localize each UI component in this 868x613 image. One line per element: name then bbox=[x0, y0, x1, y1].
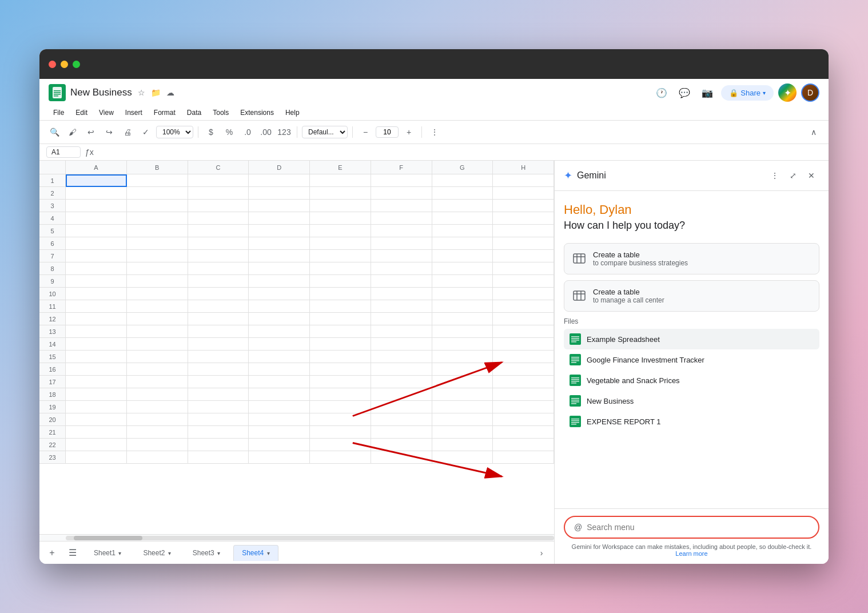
row-number-18[interactable]: 18 bbox=[39, 388, 66, 401]
font-size-increase-btn[interactable]: + bbox=[401, 124, 417, 140]
cell-B7[interactable] bbox=[127, 250, 188, 262]
cell-B16[interactable] bbox=[127, 363, 188, 376]
cell-H17[interactable] bbox=[493, 376, 554, 388]
menu-edit[interactable]: Edit bbox=[71, 106, 92, 119]
print-icon[interactable]: 🖨 bbox=[120, 124, 136, 140]
menu-tools[interactable]: Tools bbox=[208, 106, 233, 119]
cell-E3[interactable] bbox=[310, 200, 371, 212]
collapse-btn[interactable]: ∧ bbox=[806, 124, 822, 140]
cell-C20[interactable] bbox=[188, 413, 249, 426]
format-123-btn[interactable]: 123 bbox=[276, 124, 292, 140]
cell-H8[interactable] bbox=[493, 262, 554, 275]
row-number-13[interactable]: 13 bbox=[39, 325, 66, 338]
cell-B17[interactable] bbox=[127, 376, 188, 388]
cell-E21[interactable] bbox=[310, 426, 371, 439]
file-item-4[interactable]: New Business bbox=[564, 391, 819, 411]
cell-H12[interactable] bbox=[493, 313, 554, 325]
menu-insert[interactable]: Insert bbox=[121, 106, 147, 119]
cell-B19[interactable] bbox=[127, 401, 188, 413]
menu-format[interactable]: Format bbox=[149, 106, 180, 119]
cell-H7[interactable] bbox=[493, 250, 554, 262]
cell-E9[interactable] bbox=[310, 275, 371, 288]
cell-G6[interactable] bbox=[432, 237, 493, 250]
row-number-1[interactable]: 1 bbox=[39, 174, 66, 187]
cell-C16[interactable] bbox=[188, 363, 249, 376]
cell-G16[interactable] bbox=[432, 363, 493, 376]
sheet-tab-3[interactable]: Sheet3 ▾ bbox=[184, 545, 229, 561]
cell-E8[interactable] bbox=[310, 262, 371, 275]
cell-F5[interactable] bbox=[371, 225, 432, 237]
cell-E19[interactable] bbox=[310, 401, 371, 413]
camera-icon[interactable]: 📷 bbox=[698, 83, 716, 102]
cell-A21[interactable] bbox=[66, 426, 127, 439]
undo-icon[interactable]: ↩ bbox=[83, 124, 99, 140]
cell-A15[interactable] bbox=[66, 351, 127, 363]
cell-G5[interactable] bbox=[432, 225, 493, 237]
cell-D13[interactable] bbox=[249, 325, 310, 338]
cell-D17[interactable] bbox=[249, 376, 310, 388]
cell-E15[interactable] bbox=[310, 351, 371, 363]
cell-B3[interactable] bbox=[127, 200, 188, 212]
cell-F14[interactable] bbox=[371, 338, 432, 351]
cell-B8[interactable] bbox=[127, 262, 188, 275]
row-number-3[interactable]: 3 bbox=[39, 200, 66, 212]
row-number-14[interactable]: 14 bbox=[39, 338, 66, 351]
cell-E23[interactable] bbox=[310, 451, 371, 464]
cell-H2[interactable] bbox=[493, 187, 554, 200]
search-input-container[interactable]: @ bbox=[564, 516, 819, 539]
more-options-btn[interactable]: ⋮ bbox=[427, 124, 443, 140]
cell-G20[interactable] bbox=[432, 413, 493, 426]
row-number-5[interactable]: 5 bbox=[39, 225, 66, 237]
cell-G17[interactable] bbox=[432, 376, 493, 388]
row-number-17[interactable]: 17 bbox=[39, 376, 66, 388]
close-button[interactable] bbox=[49, 61, 56, 68]
row-number-21[interactable]: 21 bbox=[39, 426, 66, 439]
cell-G15[interactable] bbox=[432, 351, 493, 363]
cell-B10[interactable] bbox=[127, 288, 188, 300]
cell-B11[interactable] bbox=[127, 300, 188, 313]
cell-C19[interactable] bbox=[188, 401, 249, 413]
menu-extensions[interactable]: Extensions bbox=[236, 106, 278, 119]
avatar[interactable]: D bbox=[801, 83, 819, 102]
col-header-b[interactable]: B bbox=[127, 161, 188, 174]
cell-D21[interactable] bbox=[249, 426, 310, 439]
cell-A7[interactable] bbox=[66, 250, 127, 262]
cell-G2[interactable] bbox=[432, 187, 493, 200]
cell-A9[interactable] bbox=[66, 275, 127, 288]
cell-B12[interactable] bbox=[127, 313, 188, 325]
cell-F13[interactable] bbox=[371, 325, 432, 338]
cell-C3[interactable] bbox=[188, 200, 249, 212]
paint-format-icon[interactable]: 🖌 bbox=[65, 124, 81, 140]
comment-icon[interactable]: 💬 bbox=[675, 83, 694, 102]
cell-H22[interactable] bbox=[493, 439, 554, 451]
cloud-icon[interactable]: ☁ bbox=[165, 87, 176, 98]
cell-F1[interactable] bbox=[371, 174, 432, 187]
cell-E17[interactable] bbox=[310, 376, 371, 388]
cell-H9[interactable] bbox=[493, 275, 554, 288]
cell-E16[interactable] bbox=[310, 363, 371, 376]
cell-C23[interactable] bbox=[188, 451, 249, 464]
cell-C5[interactable] bbox=[188, 225, 249, 237]
history-icon[interactable]: 🕐 bbox=[652, 83, 671, 102]
cell-F17[interactable] bbox=[371, 376, 432, 388]
cell-D19[interactable] bbox=[249, 401, 310, 413]
cell-B22[interactable] bbox=[127, 439, 188, 451]
zoom-select[interactable]: 100% bbox=[156, 126, 193, 138]
cell-H11[interactable] bbox=[493, 300, 554, 313]
cell-C8[interactable] bbox=[188, 262, 249, 275]
cell-H13[interactable] bbox=[493, 325, 554, 338]
cell-H10[interactable] bbox=[493, 288, 554, 300]
star-icon[interactable]: ☆ bbox=[137, 87, 146, 98]
cell-C7[interactable] bbox=[188, 250, 249, 262]
row-number-20[interactable]: 20 bbox=[39, 413, 66, 426]
grid-container[interactable]: A B C D E F G H 123456789101112131415161… bbox=[39, 161, 554, 534]
cell-A4[interactable] bbox=[66, 212, 127, 225]
file-item-5[interactable]: EXPENSE REPORT 1 bbox=[564, 411, 819, 432]
cell-D11[interactable] bbox=[249, 300, 310, 313]
cell-A10[interactable] bbox=[66, 288, 127, 300]
cell-G11[interactable] bbox=[432, 300, 493, 313]
cell-F10[interactable] bbox=[371, 288, 432, 300]
row-number-2[interactable]: 2 bbox=[39, 187, 66, 200]
cell-F9[interactable] bbox=[371, 275, 432, 288]
cell-A18[interactable] bbox=[66, 388, 127, 401]
